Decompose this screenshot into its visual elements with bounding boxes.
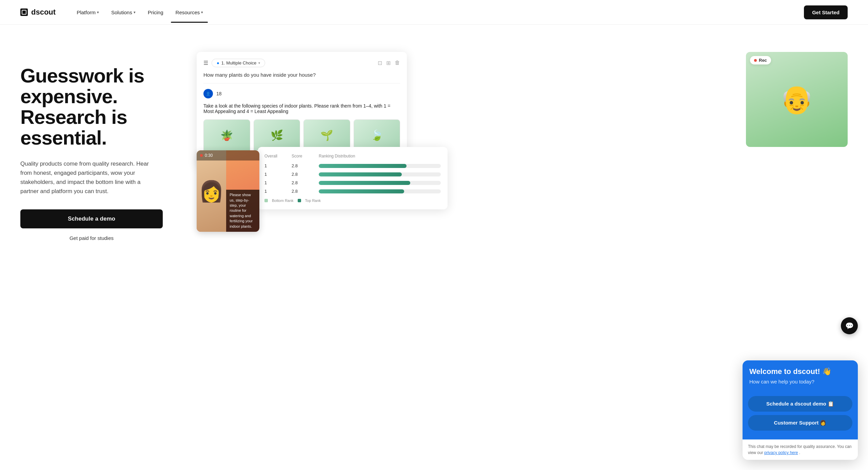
logo-icon — [20, 8, 28, 16]
person-photo: 👴 Rec — [746, 52, 848, 147]
bottom-rank-label: Bottom Rank — [272, 199, 294, 203]
menu-icon: ☰ — [203, 60, 208, 66]
survey-header: ☰ ● 1. Multiple Choice ▾ ⊡ ⊞ 🗑 — [203, 59, 400, 67]
chat-toggle-icon: 💬 — [845, 322, 854, 330]
chart-row-3: 1 2.8 — [264, 180, 441, 185]
delete-icon[interactable]: 🗑 — [395, 60, 400, 66]
nav-links: Platform ▾ Solutions ▾ Pricing Resources… — [72, 7, 208, 18]
survey-badge: ● 1. Multiple Choice ▾ — [212, 59, 265, 67]
plant-image-b: 🌿 — [254, 120, 300, 150]
nav-resources[interactable]: Resources ▾ — [171, 7, 208, 18]
rec-badge: Rec — [750, 56, 771, 64]
logo[interactable]: dscout — [20, 8, 56, 17]
chat-greeting: Welcome to dscout! 👋 — [749, 367, 851, 376]
chart-bar-3 — [319, 181, 410, 185]
customer-support-chat-button[interactable]: Customer Support 👩 — [748, 415, 852, 431]
get-started-button[interactable]: Get Started — [804, 5, 848, 19]
chat-widget: Welcome to dscout! 👋 How can we help you… — [743, 360, 858, 460]
chart-bar-container-2 — [319, 172, 441, 176]
hero-left: Guesswork is expensive. Research is esse… — [20, 52, 163, 456]
video-preview: 0:30 👩 Please show us, step-by-step, you… — [197, 150, 259, 232]
video-overlay: 0:30 — [197, 150, 259, 161]
plant-image-d: 🍃 — [354, 120, 400, 150]
chart-row-2: 1 2.8 — [264, 172, 441, 177]
survey-num-row: 👤 18 — [203, 89, 400, 98]
chart-bar-4 — [319, 189, 404, 193]
chart-bar-container-4 — [319, 189, 441, 193]
schedule-demo-chat-button[interactable]: Schedule a dscout demo 📋 — [748, 396, 852, 412]
nav-pricing[interactable]: Pricing — [143, 7, 168, 18]
video-time: 0:30 — [205, 153, 213, 158]
schedule-demo-button[interactable]: Schedule a demo — [20, 209, 163, 228]
chart-col-dist: Ranking Distribution — [319, 154, 441, 158]
video-person: 👩 — [197, 150, 226, 232]
chart-row-4: 1 2.8 — [264, 189, 441, 194]
hero-section: Guesswork is expensive. Research is esse… — [0, 25, 868, 470]
chart-bar-2 — [319, 172, 402, 176]
chart-header: Overall Score Ranking Distribution — [264, 154, 441, 158]
chart-bar-container-1 — [319, 164, 441, 168]
video-rec-dot-icon — [200, 154, 203, 157]
navbar-left: dscout Platform ▾ Solutions ▾ Pricing Re… — [20, 7, 208, 18]
get-paid-link[interactable]: Get paid for studies — [20, 235, 163, 241]
chart-col-score: Score — [292, 154, 319, 158]
chat-subtext: How can we help you today? — [749, 379, 851, 384]
hero-subtext: Quality products come from quality resea… — [20, 159, 149, 196]
chart-card: Overall Score Ranking Distribution 1 2.8… — [258, 147, 448, 209]
chart-bar-1 — [319, 164, 407, 168]
chat-header: Welcome to dscout! 👋 How can we help you… — [743, 360, 858, 391]
hero-headline: Guesswork is expensive. Research is esse… — [20, 65, 163, 148]
nav-platform[interactable]: Platform ▾ — [72, 7, 104, 18]
survey-question: How many plants do you have inside your … — [203, 72, 400, 78]
nav-solutions[interactable]: Solutions ▾ — [106, 7, 140, 18]
chart-row-1: 1 2.8 — [264, 163, 441, 168]
rec-indicator-icon — [754, 59, 757, 62]
duplicate-icon[interactable]: ⊞ — [386, 60, 391, 66]
chart-bar-container-3 — [319, 181, 441, 185]
badge-dot-icon: ● — [217, 60, 219, 65]
privacy-policy-link[interactable]: privacy policy here — [764, 450, 798, 455]
copy-icon[interactable]: ⊡ — [378, 60, 382, 66]
survey-rank-question: Take a look at the following species of … — [203, 103, 400, 114]
navbar: dscout Platform ▾ Solutions ▾ Pricing Re… — [0, 0, 868, 25]
survey-actions: ⊡ ⊞ 🗑 — [378, 60, 400, 66]
plant-image-c: 🌱 — [304, 120, 350, 150]
brand-name: dscout — [31, 8, 56, 17]
survey-num-icon: 👤 — [203, 89, 213, 98]
resources-chevron-icon: ▾ — [201, 10, 203, 15]
top-rank-legend-icon — [298, 199, 301, 202]
top-rank-label: Top Rank — [305, 199, 321, 203]
chat-body: Schedule a dscout demo 📋 Customer Suppor… — [743, 391, 858, 439]
badge-chevron-icon: ▾ — [258, 61, 260, 65]
solutions-chevron-icon: ▾ — [134, 10, 136, 15]
chart-footer: Bottom Rank Top Rank — [264, 199, 441, 203]
video-caption: Please show us, step-by-step, your routi… — [226, 190, 259, 232]
plant-image-a: 🪴 — [204, 120, 250, 150]
chat-toggle-button[interactable]: 💬 — [841, 317, 858, 334]
survey-num-val: 18 — [216, 91, 222, 96]
platform-chevron-icon: ▾ — [97, 10, 99, 15]
chat-footer: This chat may be recorded for quality as… — [743, 439, 858, 460]
bottom-rank-legend-icon — [264, 199, 268, 202]
chart-col-overall: Overall — [264, 154, 292, 158]
